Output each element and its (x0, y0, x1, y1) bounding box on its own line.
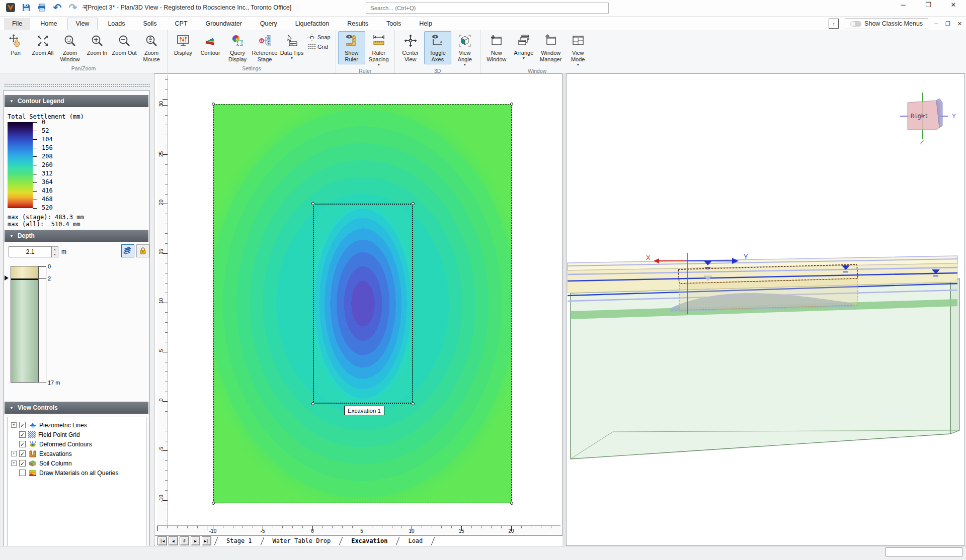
doc-restore-button[interactable]: ❐ (945, 21, 950, 27)
snap-button[interactable]: Snap (307, 34, 331, 41)
excavation-handle[interactable] (311, 202, 314, 205)
zoom-window-button[interactable]: Zoom Window (56, 31, 84, 64)
next-stage-button[interactable]: ▶ (191, 537, 200, 545)
reference-stage-button[interactable]: R123 Reference Stage (251, 31, 278, 64)
menu-soils[interactable]: Soils (135, 18, 165, 30)
view-controls-header[interactable]: ▼ View Controls (5, 402, 148, 414)
print-button[interactable] (36, 2, 47, 13)
menu-tools[interactable]: Tools (378, 18, 409, 30)
query-display-button[interactable]: Query Display (224, 31, 251, 64)
new-window-button[interactable]: New Window (483, 31, 510, 64)
minimize-button[interactable]: ─ (897, 1, 910, 9)
checkbox-checked[interactable]: ✓ (19, 431, 26, 438)
depth-lock-button[interactable] (136, 244, 149, 257)
contour-button[interactable]: Contour (197, 31, 224, 64)
center-view-button[interactable]: Center View (397, 31, 424, 64)
plan-view-pane[interactable]: 30 25 20 15 10 5 0 -5 -10 -10 -5 0 5 10 … (154, 73, 562, 546)
excavation-handle[interactable] (412, 402, 415, 405)
zoom-mouse-button[interactable]: Zoom Mouse (138, 31, 165, 64)
expand-icon[interactable]: + (11, 460, 17, 466)
pane-splitter[interactable] (562, 73, 566, 546)
tree-item-field-point-grid[interactable]: ✓ Field Point Grid (10, 430, 146, 439)
window-manager-button[interactable]: Window Manager (537, 31, 565, 64)
view-3d-pane[interactable]: X Y Right Z Y (566, 73, 965, 546)
checkbox-checked[interactable]: ✓ (19, 460, 26, 466)
first-stage-button[interactable]: |◀ (158, 537, 167, 545)
checkbox-checked[interactable]: ✓ (19, 441, 26, 447)
menu-loads[interactable]: Loads (100, 18, 133, 30)
excavation-label[interactable]: Excavation 1 (344, 406, 384, 415)
menu-help[interactable]: Help (411, 18, 440, 30)
depth-input[interactable] (9, 246, 52, 257)
menu-groundwater[interactable]: Groundwater (198, 18, 250, 30)
tree-item-piezometric-lines[interactable]: + ✓ Piezometric Lines (10, 420, 146, 430)
depth-plane-button[interactable] (121, 244, 134, 257)
save-button[interactable] (21, 2, 32, 13)
menu-results[interactable]: Results (339, 18, 376, 30)
doc-close-button[interactable]: ✕ (957, 21, 962, 27)
data-tips-button[interactable]: Data Tips ▾ (278, 31, 305, 64)
show-ruler-button[interactable]: Show Ruler (338, 31, 365, 64)
contour-legend-header[interactable]: ▼ Contour Legend (5, 95, 148, 107)
checkbox-checked[interactable]: ✓ (19, 422, 26, 428)
menu-file[interactable]: File (4, 18, 30, 30)
zoom-in-button[interactable]: Zoom In (84, 31, 111, 64)
previous-stage-button[interactable]: ◀ (169, 537, 178, 545)
spin-down-icon[interactable]: ▼ (52, 252, 58, 257)
expand-icon[interactable]: + (11, 422, 17, 428)
menu-query[interactable]: Query (252, 18, 285, 30)
stage-tab-water-table-drop[interactable]: Water Table Drop (263, 536, 341, 546)
settlement-contour-field[interactable]: Excavation 1 (213, 104, 512, 503)
excavation-handle[interactable] (412, 202, 415, 205)
checkbox-checked[interactable]: ✓ (19, 450, 26, 457)
expand-icon[interactable]: + (11, 451, 17, 456)
view-mode-button[interactable]: View Mode ▾ (565, 31, 592, 67)
view-angle-button[interactable]: View Angle ▾ (451, 31, 478, 67)
checkbox-unchecked[interactable] (19, 470, 26, 476)
zoom-out-button[interactable]: Zoom Out (111, 31, 138, 64)
maximize-button[interactable]: ❐ (922, 1, 935, 9)
boundary-handle[interactable] (212, 502, 215, 505)
boundary-handle[interactable] (212, 103, 215, 106)
boundary-handle[interactable] (510, 502, 513, 505)
tree-item-deformed-contours[interactable]: ✓ Deformed Contours (10, 439, 146, 449)
stage-tab-stage-1[interactable]: Stage 1 (216, 536, 262, 546)
boundary-handle[interactable] (510, 103, 513, 106)
last-stage-button[interactable]: ▶| (202, 537, 211, 545)
depth-spinner[interactable]: ▲ ▼ (52, 246, 58, 257)
menu-home[interactable]: Home (32, 18, 65, 30)
spin-up-icon[interactable]: ▲ (52, 247, 58, 252)
redo-button[interactable]: ↷ (67, 2, 78, 13)
menu-view[interactable]: View (67, 18, 98, 30)
pan-button[interactable]: Pan (2, 31, 29, 64)
toggle-axes-button[interactable]: x Toggle Axes (424, 31, 451, 64)
doc-minimize-button[interactable]: ─ (934, 21, 938, 27)
ribbon-pin-icon[interactable]: ↑ (829, 19, 839, 29)
stage-number-button[interactable]: # (180, 537, 189, 545)
stage-tab-load[interactable]: Load (398, 536, 433, 546)
stage-tab-excavation[interactable]: Excavation (341, 536, 397, 546)
excavation-handle[interactable] (311, 402, 314, 405)
arrange-button[interactable]: Arrange ▾ (510, 31, 537, 64)
zoom-all-button[interactable]: Zoom All (29, 31, 56, 64)
excavation-selection[interactable] (313, 204, 413, 404)
display-button[interactable]: Display (170, 31, 197, 64)
sidebar-drag-handle[interactable] (4, 83, 150, 87)
tree-item-soil-column[interactable]: + ✓ Soil Column (10, 458, 146, 468)
search-input[interactable] (366, 3, 609, 14)
tree-item-draw-materials[interactable]: Draw Materials on all Queries (10, 468, 146, 478)
menu-cpt[interactable]: CPT (167, 18, 196, 30)
soil-column-preview[interactable] (11, 266, 39, 383)
cube-y-label: Y (952, 113, 956, 120)
show-classic-menus-toggle[interactable]: Show Classic Menus (845, 18, 928, 29)
tree-item-excavations[interactable]: + ✓ Excavations (10, 449, 146, 458)
menu-liquefaction[interactable]: Liquefaction (287, 18, 337, 30)
depth-marker-icon[interactable] (5, 275, 9, 281)
close-button[interactable]: ✕ (947, 1, 960, 9)
legend-tick: 364 (42, 178, 67, 185)
depth-header[interactable]: ▼ Depth (5, 230, 148, 242)
undo-button[interactable]: ↶ (52, 2, 63, 13)
grid-button[interactable]: Grid (307, 43, 331, 50)
ruler-spacing-button[interactable]: Ruler Spacing ▾ (365, 31, 392, 67)
app-icon[interactable] (5, 2, 16, 13)
